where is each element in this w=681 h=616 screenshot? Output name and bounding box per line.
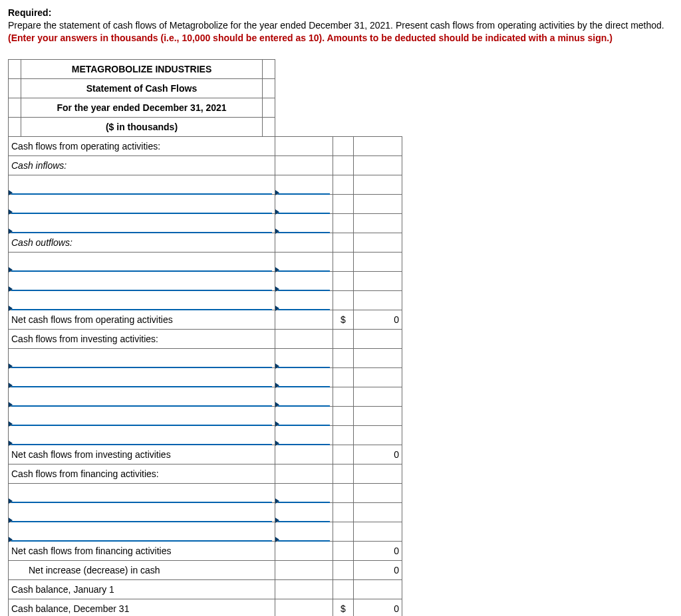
input-cell[interactable] [354, 290, 402, 310]
input-cell[interactable] [354, 329, 402, 348]
bal-dec31: Cash balance, December 31 [9, 599, 275, 616]
dropdown-cell[interactable] [9, 290, 275, 310]
dropdown-cell[interactable] [275, 175, 333, 194]
dropdown-cell[interactable] [9, 252, 275, 271]
dropdown-cell[interactable] [9, 425, 275, 445]
dropdown-cell[interactable] [275, 502, 333, 522]
input-cell[interactable] [275, 579, 333, 599]
net-cfo: Net cash flows from operating activities [9, 310, 275, 329]
net-cfi: Net cash flows from investing activities [9, 445, 275, 464]
dropdown-cell[interactable] [275, 271, 333, 290]
dropdown-cell[interactable] [275, 348, 333, 367]
net-cfo-value[interactable]: 0 [354, 310, 402, 329]
dropdown-cell[interactable] [275, 367, 333, 387]
dropdown-cell[interactable] [9, 387, 275, 406]
cfi-heading: Cash flows from investing activities: [9, 329, 275, 348]
net-change-value[interactable]: 0 [354, 560, 402, 579]
dropdown-cell[interactable] [9, 406, 275, 425]
input-cell[interactable] [354, 252, 402, 271]
dropdown-cell[interactable] [275, 290, 333, 310]
input-cell[interactable] [275, 233, 333, 252]
dropdown-cell[interactable] [9, 175, 275, 194]
input-cell[interactable] [354, 579, 402, 599]
input-cell[interactable] [354, 406, 402, 425]
input-cell[interactable] [354, 194, 402, 213]
instructions: Required: Prepare the statement of cash … [8, 7, 673, 45]
cash-inflows-label: Cash inflows: [9, 155, 275, 175]
dropdown-cell[interactable] [275, 213, 333, 233]
input-cell[interactable] [354, 271, 402, 290]
input-cell[interactable] [354, 425, 402, 445]
input-cell[interactable] [354, 367, 402, 387]
dropdown-cell[interactable] [9, 502, 275, 522]
currency-symbol: $ [333, 310, 354, 329]
net-change: Net increase (decrease) in cash [9, 560, 275, 579]
input-cell[interactable] [354, 155, 402, 175]
input-cell[interactable] [354, 464, 402, 483]
input-cell[interactable] [275, 155, 333, 175]
input-cell[interactable] [354, 522, 402, 541]
dropdown-cell[interactable] [9, 483, 275, 502]
dropdown-cell[interactable] [275, 194, 333, 213]
cfo-heading: Cash flows from operating activities: [9, 136, 275, 155]
required-label: Required: [8, 7, 51, 18]
input-cell[interactable] [275, 541, 333, 560]
cash-flow-table: METAGROBOLIZE INDUSTRIES Statement of Ca… [8, 59, 402, 616]
input-cell[interactable] [354, 213, 402, 233]
input-cell[interactable] [275, 445, 333, 464]
bal-dec31-value[interactable]: 0 [354, 599, 402, 616]
dropdown-cell[interactable] [9, 213, 275, 233]
hdr-units: ($ in thousands) [21, 117, 263, 136]
instruction-red: (Enter your answers in thousands (i.e., … [8, 33, 613, 43]
cash-outflows-label: Cash outflows: [9, 233, 275, 252]
dropdown-cell[interactable] [275, 425, 333, 445]
input-cell[interactable] [275, 464, 333, 483]
input-cell[interactable] [354, 175, 402, 194]
input-cell[interactable] [275, 599, 333, 616]
input-cell[interactable] [354, 136, 402, 155]
dropdown-cell[interactable] [9, 522, 275, 541]
bal-jan1: Cash balance, January 1 [9, 579, 275, 599]
dropdown-cell[interactable] [9, 367, 275, 387]
hdr-company: METAGROBOLIZE INDUSTRIES [21, 59, 263, 78]
cff-heading: Cash flows from financing activities: [9, 464, 275, 483]
input-cell[interactable] [275, 329, 333, 348]
net-cff: Net cash flows from financing activities [9, 541, 275, 560]
instruction-text: Prepare the statement of cash flows of M… [8, 20, 664, 31]
hdr-period: For the year ended December 31, 2021 [21, 98, 263, 117]
input-cell[interactable] [354, 233, 402, 252]
net-cff-value[interactable]: 0 [354, 541, 402, 560]
dropdown-cell[interactable] [275, 522, 333, 541]
dropdown-cell[interactable] [9, 348, 275, 367]
currency-symbol: $ [333, 599, 354, 616]
input-cell[interactable] [354, 502, 402, 522]
input-cell[interactable] [275, 310, 333, 329]
input-cell[interactable] [354, 387, 402, 406]
dropdown-cell[interactable] [275, 252, 333, 271]
net-cfi-value[interactable]: 0 [354, 445, 402, 464]
dropdown-cell[interactable] [275, 483, 333, 502]
hdr-title: Statement of Cash Flows [21, 78, 263, 98]
input-cell[interactable] [275, 136, 333, 155]
dropdown-cell[interactable] [9, 194, 275, 213]
input-cell[interactable] [354, 348, 402, 367]
dropdown-cell[interactable] [9, 271, 275, 290]
dropdown-cell[interactable] [275, 406, 333, 425]
dropdown-cell[interactable] [275, 387, 333, 406]
input-cell[interactable] [275, 560, 333, 579]
input-cell[interactable] [354, 483, 402, 502]
